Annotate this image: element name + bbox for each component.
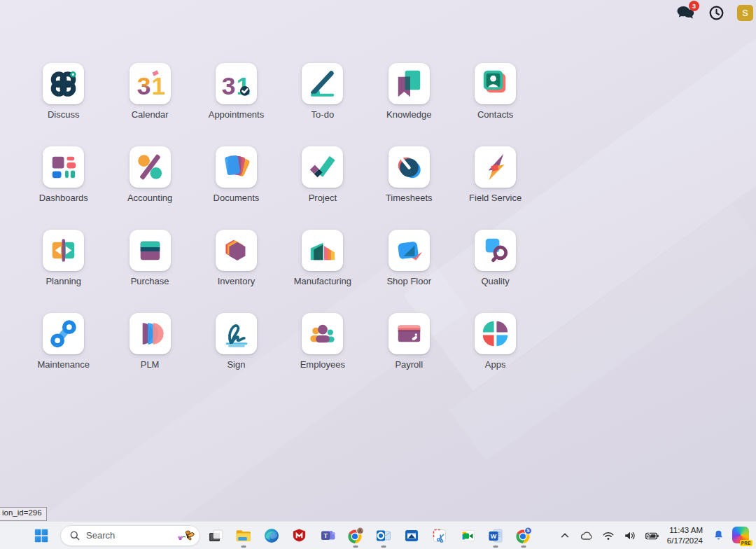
app-inventory[interactable]: Inventory bbox=[193, 230, 279, 287]
tray-chevron-button[interactable] bbox=[557, 528, 573, 543]
app-label: Calendar bbox=[132, 109, 169, 120]
taskbar-chrome-s[interactable]: S bbox=[512, 523, 534, 548]
taskbar-file-explorer[interactable] bbox=[232, 523, 254, 548]
contacts-icon bbox=[475, 63, 516, 104]
taskbar-snipping-tool[interactable] bbox=[428, 523, 450, 548]
start-button[interactable] bbox=[31, 525, 52, 546]
system-tray: 11:43 AM 6/17/2024 PRE bbox=[557, 522, 750, 549]
search-icon bbox=[69, 530, 80, 541]
app-maintenance[interactable]: Maintenance bbox=[20, 313, 106, 370]
taskbar-virtual-desktops[interactable] bbox=[204, 523, 226, 548]
messages-button[interactable]: 3 bbox=[676, 4, 695, 22]
maintenance-icon bbox=[43, 313, 84, 354]
activity-clock-icon bbox=[708, 5, 724, 21]
app-label: Sign bbox=[227, 359, 245, 370]
discuss-icon bbox=[43, 63, 84, 104]
messages-badge: 3 bbox=[689, 1, 699, 11]
app-label: PLM bbox=[141, 359, 160, 370]
app-accounting[interactable]: Accounting bbox=[106, 146, 192, 204]
app-label: Timesheets bbox=[386, 193, 433, 203]
app-label: Employees bbox=[300, 359, 345, 370]
quality-icon bbox=[475, 230, 516, 271]
app-documents[interactable]: Documents bbox=[193, 146, 279, 204]
employees-icon bbox=[302, 313, 343, 354]
search-placeholder: Search bbox=[86, 530, 172, 541]
app-apps[interactable]: Apps bbox=[452, 313, 538, 370]
volume-icon bbox=[624, 530, 636, 541]
tray-battery-button[interactable] bbox=[644, 528, 659, 543]
link-status-tooltip: ion_id=296 bbox=[0, 507, 47, 521]
taskbar-word[interactable]: W bbox=[484, 523, 506, 548]
app-label: Accounting bbox=[127, 193, 172, 203]
dashboards-icon bbox=[43, 146, 84, 188]
tray-onedrive-button[interactable] bbox=[579, 528, 594, 543]
app-purchase[interactable]: Purchase bbox=[106, 230, 192, 287]
tray-wifi-button[interactable] bbox=[601, 528, 616, 543]
app-plm[interactable]: PLM bbox=[106, 313, 192, 370]
onedrive-cloud-icon bbox=[580, 530, 594, 541]
app-grid: Discuss 3 1 Calendar 3 1 Appointments bbox=[20, 63, 538, 370]
fieldservice-icon bbox=[475, 146, 516, 188]
app-label: Purchase bbox=[131, 276, 169, 286]
teams-icon: T bbox=[319, 527, 336, 544]
app-label: Inventory bbox=[218, 276, 255, 286]
app-label: To-do bbox=[312, 109, 335, 120]
app-quality[interactable]: Quality bbox=[452, 230, 538, 287]
app-timesheets[interactable]: Timesheets bbox=[366, 146, 452, 204]
activity-button[interactable] bbox=[706, 4, 726, 22]
app-sign[interactable]: Sign bbox=[193, 313, 279, 370]
app-shopfloor[interactable]: Shop Floor bbox=[366, 230, 452, 287]
taskbar-teams[interactable]: T bbox=[316, 523, 338, 548]
planning-icon bbox=[43, 230, 84, 271]
running-indicator bbox=[381, 545, 386, 548]
mcafee-shield-icon bbox=[291, 527, 307, 543]
svg-text:T: T bbox=[323, 532, 328, 539]
app-appointments[interactable]: 3 1 Appointments bbox=[193, 63, 279, 120]
payroll-icon bbox=[388, 313, 430, 354]
windows-logo-icon bbox=[34, 528, 49, 543]
app-fieldservice[interactable]: Field Service bbox=[452, 146, 538, 204]
app-employees[interactable]: Employees bbox=[279, 313, 365, 370]
taskbar-google-meet[interactable] bbox=[456, 523, 478, 548]
taskbar-mcafee[interactable] bbox=[288, 523, 310, 548]
search-highlight-butterfly-icon bbox=[177, 528, 195, 543]
notification-bell-icon bbox=[712, 529, 725, 542]
app-knowledge[interactable]: Knowledge bbox=[366, 63, 452, 120]
app-label: Quality bbox=[481, 276, 509, 286]
app-project[interactable]: Project bbox=[279, 146, 365, 204]
project-icon bbox=[302, 146, 343, 188]
plm-icon bbox=[130, 313, 171, 354]
tray-notifications-button[interactable] bbox=[710, 528, 726, 543]
app-calendar[interactable]: 3 1 Calendar bbox=[106, 63, 192, 120]
user-avatar[interactable]: S bbox=[737, 5, 753, 21]
sign-icon bbox=[216, 313, 257, 354]
svg-text:1: 1 bbox=[236, 72, 250, 100]
app-label: Dashboards bbox=[39, 193, 88, 203]
app-manufacturing[interactable]: Manufacturing bbox=[279, 230, 365, 287]
taskbar-chrome-profile[interactable] bbox=[344, 523, 366, 548]
tray-volume-button[interactable] bbox=[622, 528, 638, 543]
search-box[interactable]: Search bbox=[60, 525, 200, 546]
app-todo[interactable]: To-do bbox=[279, 63, 365, 120]
app-payroll[interactable]: Payroll bbox=[366, 313, 452, 370]
tray-m365-preview-button[interactable]: PRE bbox=[732, 527, 750, 545]
home-header: 3 S bbox=[676, 3, 753, 22]
app-label: Documents bbox=[214, 193, 260, 203]
taskbar-edge[interactable] bbox=[260, 523, 282, 548]
svg-text:1: 1 bbox=[151, 72, 165, 100]
app-contacts[interactable]: Contacts bbox=[452, 63, 538, 120]
taskbar-left: Search bbox=[31, 525, 200, 546]
app-planning[interactable]: Planning bbox=[20, 230, 106, 287]
app-dashboards[interactable]: Dashboards bbox=[20, 146, 106, 204]
running-indicator bbox=[493, 545, 498, 548]
m365-preview-badge: PRE bbox=[740, 540, 752, 546]
tray-clock[interactable]: 11:43 AM 6/17/2024 bbox=[666, 525, 704, 546]
tray-date: 6/17/2024 bbox=[667, 536, 703, 546]
word-icon: W bbox=[487, 527, 504, 544]
todo-icon bbox=[302, 63, 343, 104]
app-label: Contacts bbox=[477, 109, 513, 120]
taskbar-outlook[interactable] bbox=[372, 523, 394, 548]
app-discuss[interactable]: Discuss bbox=[20, 63, 106, 120]
taskbar-scanner-app[interactable] bbox=[400, 523, 422, 548]
svg-text:W: W bbox=[490, 533, 496, 540]
